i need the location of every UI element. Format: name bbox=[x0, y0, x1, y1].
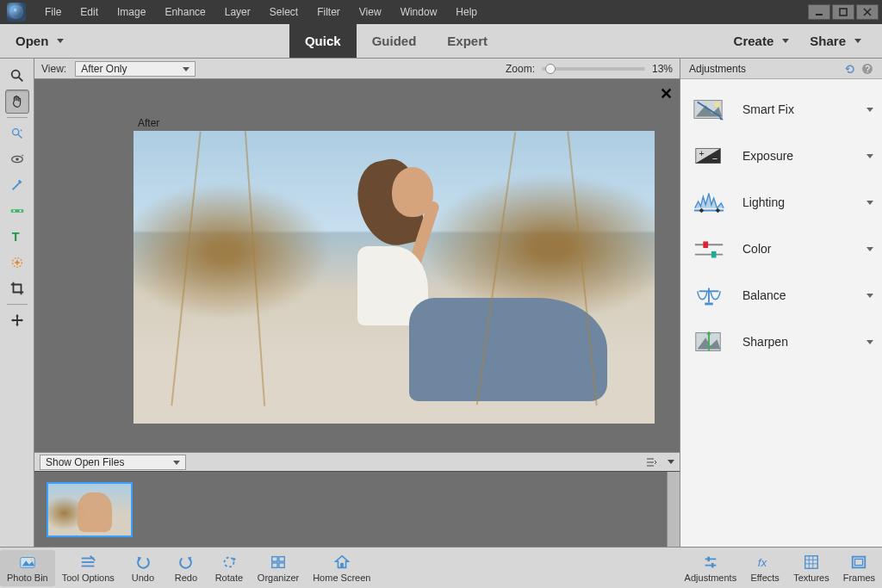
center-panel: View: After Only Zoom: 13% ✕ After bbox=[34, 59, 680, 547]
adj-lighting[interactable]: Lighting bbox=[680, 179, 882, 226]
chevron-down-icon bbox=[866, 154, 873, 158]
menu-help[interactable]: Help bbox=[447, 3, 486, 22]
zoom-slider[interactable] bbox=[542, 67, 645, 71]
toolbox: + T bbox=[0, 59, 34, 547]
menu-view[interactable]: View bbox=[351, 3, 390, 22]
svg-rect-46 bbox=[708, 333, 710, 351]
menu-select[interactable]: Select bbox=[261, 3, 307, 22]
close-button[interactable] bbox=[856, 4, 879, 20]
svg-point-57 bbox=[224, 557, 233, 566]
svg-marker-35 bbox=[699, 208, 705, 214]
maximize-button[interactable] bbox=[832, 4, 854, 20]
btool-label: Frames bbox=[843, 573, 875, 583]
exposure-icon: +− bbox=[693, 143, 725, 169]
btool-home-screen[interactable]: Home Screen bbox=[306, 550, 377, 586]
menu-layer[interactable]: Layer bbox=[216, 3, 259, 22]
open-button[interactable]: Open bbox=[0, 24, 79, 58]
svg-point-15 bbox=[19, 210, 21, 212]
tab-quick[interactable]: Quick bbox=[289, 24, 357, 58]
tab-expert[interactable]: Expert bbox=[432, 24, 503, 58]
open-files-value: Show Open Files bbox=[46, 456, 124, 468]
thumbnail-item[interactable] bbox=[47, 482, 133, 537]
minimize-button[interactable] bbox=[808, 4, 830, 20]
btool-undo[interactable]: Undo bbox=[121, 550, 165, 586]
svg-rect-60 bbox=[279, 556, 284, 560]
adj-label: Smart Fix bbox=[742, 102, 794, 116]
svg-rect-62 bbox=[279, 562, 284, 566]
share-label: Share bbox=[810, 34, 846, 48]
tab-guided[interactable]: Guided bbox=[357, 24, 432, 58]
svg-rect-59 bbox=[272, 556, 277, 560]
balance-icon bbox=[693, 282, 725, 308]
btool-organizer[interactable]: Organizer bbox=[251, 550, 306, 586]
mode-tabs: Quick Guided Expert bbox=[289, 24, 503, 58]
adj-color[interactable]: Color bbox=[680, 226, 882, 272]
btool-adjustments[interactable]: Adjustments bbox=[678, 550, 744, 586]
adj-balance[interactable]: Balance bbox=[680, 272, 882, 319]
svg-rect-68 bbox=[711, 562, 714, 566]
chevron-down-icon bbox=[866, 340, 873, 344]
eye-tool[interactable]: + bbox=[5, 147, 29, 171]
svg-line-7 bbox=[17, 134, 22, 139]
reset-icon[interactable] bbox=[844, 63, 856, 75]
straighten-tool[interactable] bbox=[5, 199, 29, 223]
menu-filter[interactable]: Filter bbox=[308, 3, 349, 22]
svg-rect-64 bbox=[340, 562, 344, 566]
sharpen-icon bbox=[693, 329, 725, 355]
help-icon[interactable]: ? bbox=[861, 63, 873, 75]
btool-label: Rotate bbox=[215, 573, 243, 583]
btool-effects[interactable]: fx Effects bbox=[743, 550, 786, 586]
create-button[interactable]: Create bbox=[725, 34, 798, 48]
adj-exposure[interactable]: +− Exposure bbox=[680, 133, 882, 179]
move-tool[interactable] bbox=[5, 308, 29, 332]
menu-image[interactable]: Image bbox=[109, 3, 154, 22]
create-label: Create bbox=[734, 34, 774, 48]
btool-textures[interactable]: Textures bbox=[786, 550, 836, 586]
adjustments-list: Smart Fix +− Exposure Lighting Color Bal… bbox=[680, 79, 882, 372]
app-logo-icon bbox=[7, 3, 26, 22]
canvas[interactable]: ✕ After bbox=[34, 79, 680, 452]
color-icon bbox=[693, 236, 725, 262]
btool-redo[interactable]: Redo bbox=[165, 550, 208, 586]
menu-file[interactable]: File bbox=[36, 3, 70, 22]
chevron-down-icon bbox=[866, 108, 873, 112]
zoom-tool[interactable] bbox=[5, 64, 29, 88]
hand-tool[interactable] bbox=[5, 90, 29, 114]
type-tool[interactable]: T bbox=[5, 225, 29, 249]
thumbnail-strip bbox=[34, 471, 680, 547]
menu-edit[interactable]: Edit bbox=[71, 3, 107, 22]
view-dropdown[interactable]: After Only bbox=[75, 61, 196, 77]
zoom-slider-thumb[interactable] bbox=[545, 64, 556, 74]
chevron-down-icon[interactable] bbox=[668, 460, 674, 464]
svg-rect-1 bbox=[840, 9, 847, 15]
crop-tool[interactable] bbox=[5, 276, 29, 300]
quick-select-tool[interactable] bbox=[5, 121, 29, 145]
svg-rect-66 bbox=[707, 556, 710, 560]
adj-smart-fix[interactable]: Smart Fix bbox=[680, 86, 882, 133]
adj-sharpen[interactable]: Sharpen bbox=[680, 319, 882, 365]
close-document-icon[interactable]: ✕ bbox=[660, 84, 673, 103]
list-menu-icon[interactable] bbox=[645, 456, 657, 468]
btool-photo-bin[interactable]: Photo Bin bbox=[0, 550, 55, 586]
btool-label: Effects bbox=[750, 573, 779, 583]
svg-point-10 bbox=[16, 158, 19, 161]
menu-bar: File Edit Image Enhance Layer Select Fil… bbox=[0, 0, 882, 24]
right-panel: Adjustments ? Smart Fix +− Exposure Ligh… bbox=[680, 59, 882, 547]
chevron-down-icon bbox=[866, 247, 873, 251]
adj-label: Lighting bbox=[742, 195, 785, 209]
btool-rotate[interactable]: Rotate bbox=[208, 550, 251, 586]
btool-label: Organizer bbox=[258, 573, 299, 583]
adj-label: Balance bbox=[742, 288, 786, 302]
menu-enhance[interactable]: Enhance bbox=[156, 3, 214, 22]
open-label: Open bbox=[16, 34, 48, 48]
svg-rect-61 bbox=[272, 562, 277, 566]
share-button[interactable]: Share bbox=[801, 34, 870, 48]
whiten-teeth-tool[interactable] bbox=[5, 173, 29, 197]
btool-frames[interactable]: Frames bbox=[836, 550, 882, 586]
spot-heal-tool[interactable] bbox=[5, 251, 29, 275]
menu-window[interactable]: Window bbox=[392, 3, 446, 22]
create-share-group: Create Share bbox=[713, 24, 882, 58]
after-label: After bbox=[138, 117, 159, 129]
open-files-dropdown[interactable]: Show Open Files bbox=[40, 455, 186, 470]
btool-tool-options[interactable]: Tool Options bbox=[55, 550, 121, 586]
